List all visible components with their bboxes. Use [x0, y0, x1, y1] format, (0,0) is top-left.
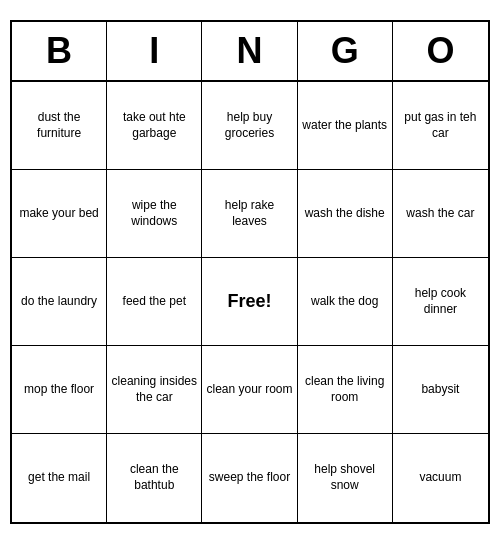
bingo-cell: wash the dishe [298, 170, 393, 258]
bingo-cell: wash the car [393, 170, 488, 258]
bingo-cell: clean the bathtub [107, 434, 202, 522]
bingo-cell: take out hte garbage [107, 82, 202, 170]
bingo-cell: clean your room [202, 346, 297, 434]
bingo-cell: babysit [393, 346, 488, 434]
bingo-cell: Free! [202, 258, 297, 346]
bingo-cell: help cook dinner [393, 258, 488, 346]
bingo-cell: get the mail [12, 434, 107, 522]
bingo-header: BINGO [12, 22, 488, 82]
header-letter: G [298, 22, 393, 80]
bingo-cell: make your bed [12, 170, 107, 258]
bingo-cell: help shovel snow [298, 434, 393, 522]
bingo-cell: wipe the windows [107, 170, 202, 258]
header-letter: I [107, 22, 202, 80]
bingo-cell: dust the furniture [12, 82, 107, 170]
bingo-cell: clean the living room [298, 346, 393, 434]
header-letter: O [393, 22, 488, 80]
bingo-cell: feed the pet [107, 258, 202, 346]
bingo-card: BINGO dust the furnituretake out hte gar… [10, 20, 490, 524]
bingo-cell: vacuum [393, 434, 488, 522]
bingo-cell: mop the floor [12, 346, 107, 434]
bingo-cell: help rake leaves [202, 170, 297, 258]
bingo-cell: help buy groceries [202, 82, 297, 170]
bingo-cell: sweep the floor [202, 434, 297, 522]
bingo-cell: cleaning insides the car [107, 346, 202, 434]
bingo-cell: walk the dog [298, 258, 393, 346]
bingo-grid: dust the furnituretake out hte garbagehe… [12, 82, 488, 522]
bingo-cell: do the laundry [12, 258, 107, 346]
header-letter: N [202, 22, 297, 80]
bingo-cell: water the plants [298, 82, 393, 170]
bingo-cell: put gas in teh car [393, 82, 488, 170]
header-letter: B [12, 22, 107, 80]
